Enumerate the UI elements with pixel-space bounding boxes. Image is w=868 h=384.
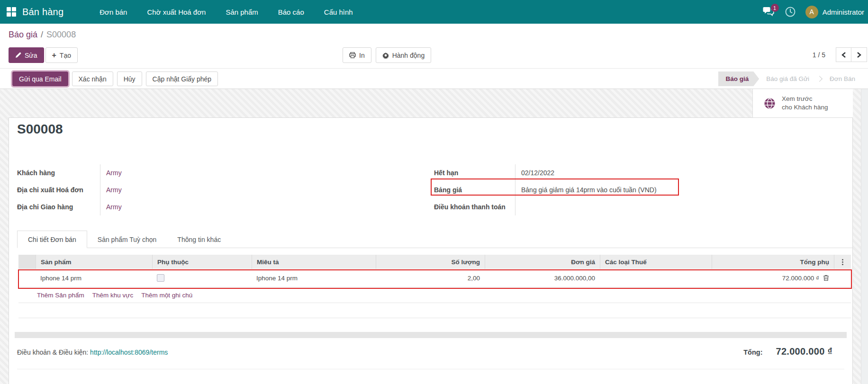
product-cell[interactable]: Iphone 14 prm [36,269,152,287]
globe-icon [764,98,775,109]
quantity-column-header[interactable]: Số lượng [376,255,485,269]
section-divider-band [15,332,847,338]
user-name: Administrator [823,8,864,16]
tab-optional-products[interactable]: Sản phẩm Tuỳ chọn [87,231,167,248]
taxes-column-header[interactable]: Các loại Thuế [600,255,712,269]
expiration-field-value[interactable]: 02/12/2022 [515,169,843,177]
pricelist-field-value[interactable]: Bảng giá giảm giá 14prm vào cuối tuần (V… [515,186,843,194]
pencil-icon [15,52,21,58]
pager: 1 / 5 [813,47,867,62]
tab-other-info[interactable]: Thông tin khác [167,231,231,248]
invoice-address-field-label: Địa chỉ xuất Hoá đơn [17,181,100,198]
plus-icon: + [52,52,56,59]
print-button[interactable]: In [343,47,371,63]
statusbar-buttons: Gửi qua Email Xác nhận Hủy Cập nhật Giấy… [12,71,218,86]
printer-icon [349,52,356,58]
breadcrumb-separator: / [41,30,43,39]
edit-button[interactable]: Sửa [9,47,44,63]
terms-link[interactable]: http://localhost:8069/terms [90,348,168,356]
state-separator-icon [816,76,823,82]
breadcrumb: Báo giá/S00008 [9,30,76,40]
nav-item-reporting[interactable]: Báo cáo [268,0,314,24]
order-lines-table: Sản phẩm Phụ thuộc Miêu tả Số lượng Đơn … [18,255,851,318]
total-value: 72.000.000 ₫ [776,346,832,357]
field-group-right: Hết hạn 02/12/2022 Bảng giá Bảng giá giả… [434,164,843,215]
notebook-tabs: Chi tiết Đơn bán Sản phẩm Tuỳ chọn Thông… [17,231,852,248]
payment-terms-field-label: Điều khoản thanh toán [434,198,515,215]
order-line-row[interactable]: Iphone 14 prm Iphone 14 prm 2,00 36.000.… [18,269,851,287]
drag-handle-cell[interactable] [18,269,36,287]
optional-columns-icon[interactable] [834,255,851,269]
state-quotation-sent[interactable]: Báo giá đã Gửi [766,75,809,82]
field-group-left: Khách hàng Army Địa chỉ xuất Hoá đơn Arm… [17,164,434,215]
delivery-address-field-value[interactable]: Army [106,203,122,211]
total-label: Tổng: [743,348,762,356]
customer-field-value[interactable]: Army [106,169,122,177]
update-license-button[interactable]: Cập nhật Giấy phép [146,71,218,86]
totals: Tổng: 72.000.000 ₫ [743,346,832,357]
subtotal-column-header[interactable]: Tổng phụ [712,255,834,269]
cancel-button[interactable]: Hủy [117,71,142,86]
dependent-cell [152,269,252,287]
pager-previous-button[interactable] [836,47,851,62]
expiration-field-label: Hết hạn [434,164,515,181]
add-section-link[interactable]: Thêm khu vực [92,292,133,299]
messages-button[interactable]: 1 [763,7,775,17]
add-product-link[interactable]: Thêm Sản phẩm [37,292,84,299]
unit-price-column-header[interactable]: Đơn giá [485,255,600,269]
dependent-column-header[interactable]: Phụ thuộc [152,255,252,269]
confirm-button[interactable]: Xác nhận [72,71,113,86]
pager-value: 1 / 5 [813,51,825,59]
statusbar: Gửi qua Email Xác nhận Hủy Cập nhật Giấy… [0,69,868,89]
field-groups: Khách hàng Army Địa chỉ xuất Hoá đơn Arm… [17,164,843,215]
product-column-header[interactable]: Sản phẩm [36,255,152,269]
pricelist-field-label: Bảng giá [434,181,515,198]
state-sales-order[interactable]: Đơn Bán [830,75,855,82]
gear-icon [382,52,389,59]
nav-item-orders[interactable]: Đơn bán [90,0,137,24]
drag-handle-column-header [18,255,36,269]
chevron-left-icon [841,52,846,58]
activities-clock-icon[interactable] [785,6,796,18]
order-reference-title: S00008 [17,122,63,137]
customer-preview-button[interactable]: Xem trước cho Khách hàng [752,89,853,117]
control-panel: Báo giá/S00008 Sửa + Tạo In [0,24,868,69]
print-action-buttons: In Hành động [343,47,431,63]
navbar-right: 1 A Administrator [763,6,868,18]
description-column-header[interactable]: Miêu tả [252,255,376,269]
messages-count-badge: 1 [771,4,779,12]
scrollbar[interactable] [861,89,868,384]
quantity-cell[interactable]: 2,00 [376,269,485,287]
nav-item-products[interactable]: Sản phẩm [216,0,268,24]
app-name[interactable]: Bán hàng [22,7,63,18]
send-by-email-button[interactable]: Gửi qua Email [12,71,68,86]
create-button[interactable]: + Tạo [45,47,78,63]
apps-grid-icon[interactable] [7,7,16,17]
description-cell[interactable]: Iphone 14 prm [252,269,376,287]
trash-icon[interactable] [823,275,829,281]
breadcrumb-parent[interactable]: Báo giá [9,30,37,39]
nav-item-to-invoice[interactable]: Chờ xuất Hoá đơn [137,0,216,24]
unit-price-cell[interactable]: 36.000.000,00 [485,269,600,287]
taxes-cell[interactable] [600,269,712,287]
footer-divider [17,369,844,369]
table-empty-row [18,303,851,318]
state-quotation[interactable]: Báo giá [718,71,760,86]
form-buttons: Sửa + Tạo [9,47,78,63]
top-navbar: Bán hàng Đơn bán Chờ xuất Hoá đơn Sản ph… [0,0,868,24]
preview-label: Xem trước cho Khách hàng [782,95,828,112]
pager-next-button[interactable] [851,47,867,62]
invoice-address-field-value[interactable]: Army [106,186,122,194]
nav-item-configuration[interactable]: Cấu hình [314,0,363,24]
chevron-right-icon [857,52,861,58]
table-header-row: Sản phẩm Phụ thuộc Miêu tả Số lượng Đơn … [18,255,851,269]
user-menu[interactable]: A Administrator [805,6,864,18]
dependent-checkbox[interactable] [157,274,164,282]
terms-label: Điều khoản & Điều kiện: [17,348,88,356]
sales-order-form-screen: Bán hàng Đơn bán Chờ xuất Hoá đơn Sản ph… [0,0,868,384]
customer-field-label: Khách hàng [17,164,100,181]
action-button[interactable]: Hành động [376,47,432,63]
tab-order-lines[interactable]: Chi tiết Đơn bán [17,231,87,248]
add-note-link[interactable]: Thêm một ghi chú [141,292,192,299]
nav-menu: Đơn bán Chờ xuất Hoá đơn Sản phẩm Báo cá… [90,0,362,24]
